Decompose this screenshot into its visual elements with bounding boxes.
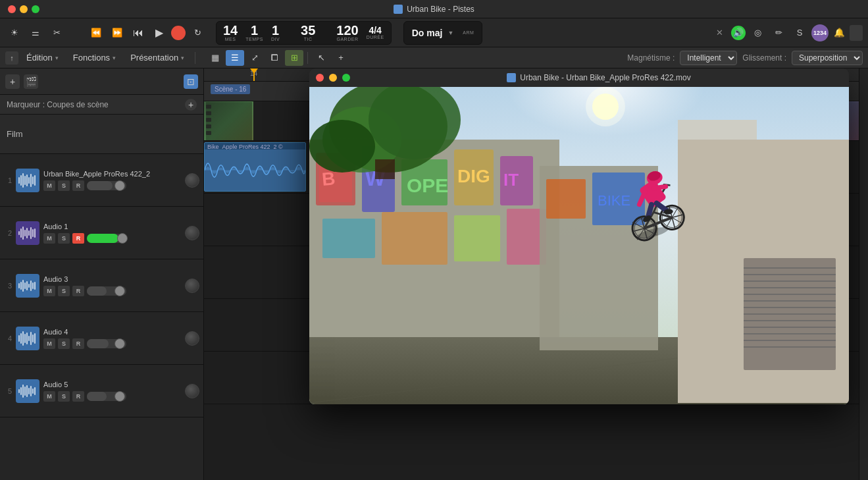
solo-btn-2[interactable]: S [58,233,70,244]
rewind-btn[interactable]: ⏪ [87,25,105,41]
tool2-btn[interactable]: ⧠ [265,50,284,66]
svg-text:BIKE: BIKE [598,192,630,209]
film-track-label: Film [7,129,23,139]
record-btn-1[interactable]: R [72,180,84,191]
pan-knob-5[interactable] [185,384,199,398]
svg-rect-21 [24,282,26,289]
record-btn-2[interactable]: R [72,233,84,244]
list-view-btn[interactable]: ☰ [226,50,244,66]
settings-tool-btn[interactable]: ☀ [5,25,24,41]
s-btn[interactable]: S [790,25,809,41]
pan-knob-2[interactable] [185,226,199,240]
fast-forward-btn[interactable]: ⏩ [108,25,126,41]
grid-view-btn[interactable]: ▦ [206,50,224,66]
pan-knob-1[interactable] [185,173,199,188]
record-btn-4[interactable]: R [72,338,84,349]
time-display[interactable]: 14 MES 1 TEMPS 1 DIV 35 TIC 120 GARDER 4… [216,21,392,45]
video-min-btn[interactable] [329,74,337,82]
minimize-button[interactable] [20,5,28,13]
svg-rect-31 [26,333,28,344]
scissors-btn[interactable]: ✂ [47,25,66,41]
skip-end-btn[interactable]: ⏮ [129,25,147,41]
tool3-btn[interactable]: ⊞ [285,50,303,66]
presentation-menu[interactable]: Présentation ▾ [124,51,191,65]
maximize-button[interactable] [32,5,39,13]
play-btn[interactable]: ▶ [150,25,168,41]
plus-tool-btn[interactable]: + [332,50,350,66]
key-display[interactable]: Do maj ▼ ARM [403,21,483,45]
fonctions-menu[interactable]: Fonctions ▾ [66,51,122,65]
close-button[interactable] [8,5,16,13]
solo-btn-5[interactable]: S [58,391,70,402]
film-track: Film [0,115,203,154]
solo-btn-3[interactable]: S [58,286,70,296]
back-arrow-btn[interactable]: ↑ [5,51,18,65]
marqueur-row: Marqueur : Coupes de scène + [0,95,203,115]
svg-rect-44 [34,387,36,395]
pan-knob-4[interactable] [185,331,199,346]
chevron-icon: ▾ [181,55,184,61]
edition-menu[interactable]: Édition ▾ [20,51,65,65]
magnetism-select[interactable]: Intelligent Désactivé Mesure [680,51,737,65]
glissement-select[interactable]: Superposition Glissement [792,51,863,65]
equalizer-btn[interactable]: ⚌ [26,25,45,41]
svg-rect-41 [28,388,30,394]
main-area: + 🎬 ⊡ Marqueur : Coupes de scène + Film … [0,68,868,480]
time-sig: 4/4 [369,26,381,35]
svg-rect-29 [22,331,24,346]
track-info-4: Audio 4 M S R [43,328,181,349]
circle-btn[interactable]: ◎ [748,25,767,41]
svg-rect-42 [30,386,32,396]
bell-btn[interactable]: 🔔 [831,25,847,41]
solo-btn-4[interactable]: S [58,338,70,349]
mute-btn-3[interactable]: M [43,286,55,296]
playhead-triangle [250,68,258,74]
tracks-panel: + 🎬 ⊡ Marqueur : Coupes de scène + Film … [0,68,204,480]
video-scene: B W OPE DIG IT [309,87,849,404]
loop-btn[interactable]: ↻ [188,25,207,41]
fader-4[interactable] [87,339,126,348]
track-number-4: 4 [4,334,12,342]
transport-tools: ☀ ⚌ ✂ [5,25,66,41]
speaker-btn[interactable]: 🔊 [731,26,746,40]
pan-knob-3[interactable] [185,279,199,293]
video-content: B W OPE DIG IT [309,87,849,404]
pencil-btn[interactable]: ✏ [769,25,788,41]
close-x-btn[interactable]: ✕ [710,25,728,41]
fader-1[interactable] [87,181,126,190]
svg-rect-25 [32,282,34,289]
time-temps-value: 1 [251,24,258,37]
svg-line-123 [654,185,666,190]
avatar[interactable]: 1234 [811,24,829,41]
mute-btn-2[interactable]: M [43,233,55,244]
tracks-header: + 🎬 ⊡ [0,68,203,95]
track-thumb-3 [16,274,39,298]
solo-btn-1[interactable]: S [58,180,70,191]
mute-btn-1[interactable]: M [43,180,55,191]
marqueur-add-btn[interactable]: + [185,99,197,111]
film-add-btn[interactable]: 🎬 [24,74,38,89]
tool1-btn[interactable]: ⤢ [245,50,264,66]
snap-to-grid-btn[interactable]: ⊡ [184,74,198,89]
audio-track-3: 3 Audio 3 M S R [0,259,203,312]
svg-rect-11 [22,227,24,240]
svg-rect-36 [18,389,20,393]
mute-btn-5[interactable]: M [43,391,55,402]
cursor-tool-btn[interactable]: ↖ [312,50,330,66]
timeline-scrollbar[interactable] [859,68,868,480]
record-btn-3[interactable]: R [72,286,84,296]
time-mes-label: MES [225,37,236,41]
record-btn-5[interactable]: R [72,391,84,402]
fader-2[interactable] [87,234,126,243]
track-name-4: Audio 4 [43,328,181,336]
add-track-btn[interactable]: + [5,74,20,89]
window-title: Urban Bike - Pistes [394,5,474,14]
video-max-btn[interactable] [342,74,350,82]
mute-btn-4[interactable]: M [43,338,55,349]
fader-3[interactable] [87,286,126,296]
video-close-btn[interactable] [316,74,324,82]
audio-clip-1[interactable]: Bike_Apple ProRes 422_2 © [204,142,306,192]
record-btn[interactable] [171,26,186,40]
fader-5[interactable] [87,392,126,401]
svg-rect-23 [28,284,30,288]
